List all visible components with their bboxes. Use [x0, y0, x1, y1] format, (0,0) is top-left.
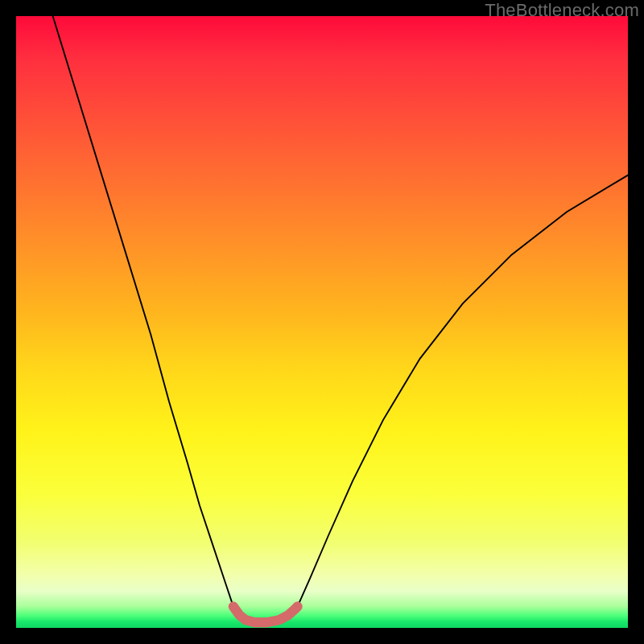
valley-highlight-pink [233, 606, 298, 622]
chart-frame: TheBottleneck.com [0, 0, 644, 644]
chart-svg [16, 16, 628, 628]
right-curve-black [298, 175, 628, 607]
chart-plot-area [16, 16, 628, 628]
left-curve-black [53, 16, 233, 606]
